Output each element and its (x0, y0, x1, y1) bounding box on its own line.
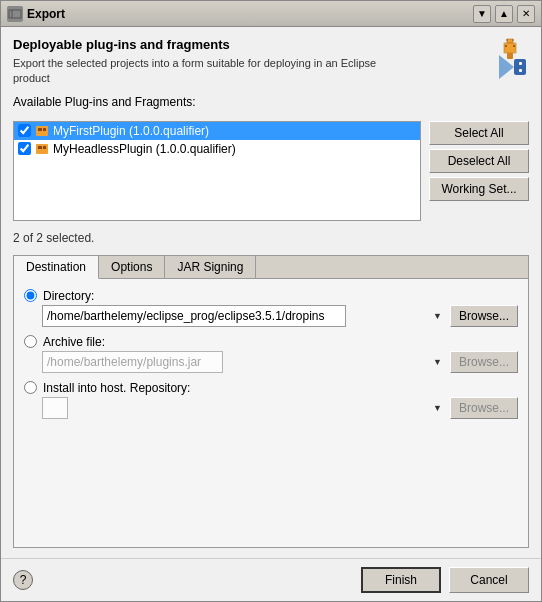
available-plugins-label: Available Plug-ins and Fragments: (13, 95, 529, 109)
install-radio-row: Install into host. Repository: (24, 381, 518, 395)
install-option: Install into host. Repository: Browse... (24, 381, 518, 419)
tab-options[interactable]: Options (99, 256, 165, 278)
archive-radio[interactable] (24, 335, 37, 348)
directory-select[interactable]: /home/barthelemy/eclipse_prog/eclipse3.5… (42, 305, 346, 327)
nav-back-btn[interactable]: ▼ (473, 5, 491, 23)
install-input-row: Browse... (42, 397, 518, 419)
dialog-description: Export the selected projects into a form… (13, 56, 413, 87)
archive-label: Archive file: (43, 335, 105, 349)
plugins-list: MyFirstPlugin (1.0.0.qualifier) MyHeadle… (13, 121, 421, 221)
tab-jar-signing[interactable]: JAR Signing (165, 256, 256, 278)
tabs-section: Destination Options JAR Signing Director… (13, 255, 529, 548)
export-dialog: Export ▼ ▲ ✕ Deployable plug-ins and fra… (0, 0, 542, 602)
titlebar-left: Export (7, 6, 65, 22)
plugin-1-checkbox[interactable] (18, 124, 31, 137)
plugin-item-2[interactable]: MyHeadlessPlugin (1.0.0.qualifier) (14, 140, 420, 158)
tab-destination[interactable]: Destination (14, 256, 99, 279)
svg-rect-15 (36, 126, 48, 136)
directory-select-wrapper: /home/barthelemy/eclipse_prog/eclipse3.5… (42, 305, 446, 327)
help-button[interactable]: ? (13, 570, 33, 590)
directory-radio[interactable] (24, 289, 37, 302)
plugin-1-label: MyFirstPlugin (1.0.0.qualifier) (53, 124, 209, 138)
plugin-1-icon (35, 124, 49, 138)
plugin-item-1[interactable]: MyFirstPlugin (1.0.0.qualifier) (14, 122, 420, 140)
archive-input-row: /home/barthelemy/plugins.jar Browse... (42, 351, 518, 373)
directory-radio-row: Directory: (24, 289, 518, 303)
svg-rect-18 (36, 144, 48, 154)
install-browse-button[interactable]: Browse... (450, 397, 518, 419)
svg-rect-2 (507, 39, 513, 43)
side-buttons: Select All Deselect All Working Set... (429, 121, 529, 221)
cancel-button[interactable]: Cancel (449, 567, 529, 593)
window-icon (7, 6, 23, 22)
header-text: Deployable plug-ins and fragments Export… (13, 37, 413, 87)
close-btn[interactable]: ✕ (517, 5, 535, 23)
dialog-title: Deployable plug-ins and fragments (13, 37, 413, 52)
directory-label: Directory: (43, 289, 94, 303)
archive-select-wrapper: /home/barthelemy/plugins.jar (42, 351, 446, 373)
install-radio[interactable] (24, 381, 37, 394)
working-set-button[interactable]: Working Set... (429, 177, 529, 201)
svg-rect-12 (514, 59, 526, 75)
svg-rect-14 (519, 69, 522, 72)
nav-forward-btn[interactable]: ▲ (495, 5, 513, 23)
archive-browse-button[interactable]: Browse... (450, 351, 518, 373)
svg-rect-4 (504, 43, 516, 53)
plugin-2-label: MyHeadlessPlugin (1.0.0.qualifier) (53, 142, 236, 156)
destination-options: Directory: /home/barthelemy/eclipse_prog… (24, 289, 518, 419)
directory-browse-button[interactable]: Browse... (450, 305, 518, 327)
plugins-section: MyFirstPlugin (1.0.0.qualifier) MyHeadle… (13, 121, 529, 221)
selected-count: 2 of 2 selected. (13, 231, 529, 245)
install-label: Install into host. Repository: (43, 381, 190, 395)
install-select-wrapper (42, 397, 446, 419)
header-icon (479, 37, 529, 82)
plug-icon-svg (479, 37, 529, 82)
window-title: Export (27, 7, 65, 21)
dialog-content: Deployable plug-ins and fragments Export… (1, 27, 541, 558)
svg-rect-17 (43, 128, 46, 131)
plugin-2-icon (35, 142, 49, 156)
archive-radio-row: Archive file: (24, 335, 518, 349)
select-all-button[interactable]: Select All (429, 121, 529, 145)
header-section: Deployable plug-ins and fragments Export… (13, 37, 529, 87)
svg-rect-19 (38, 146, 42, 149)
svg-rect-9 (505, 45, 507, 47)
dialog-footer: ? Finish Cancel (1, 558, 541, 601)
plugin-2-checkbox[interactable] (18, 142, 31, 155)
directory-input-row: /home/barthelemy/eclipse_prog/eclipse3.5… (42, 305, 518, 327)
install-select[interactable] (42, 397, 68, 419)
svg-rect-13 (519, 62, 522, 65)
directory-option: Directory: /home/barthelemy/eclipse_prog… (24, 289, 518, 327)
tabs-header: Destination Options JAR Signing (14, 256, 528, 279)
svg-rect-20 (43, 146, 46, 149)
titlebar: Export ▼ ▲ ✕ (1, 1, 541, 27)
archive-option: Archive file: /home/barthelemy/plugins.j… (24, 335, 518, 373)
svg-rect-6 (507, 53, 513, 59)
deselect-all-button[interactable]: Deselect All (429, 149, 529, 173)
svg-rect-10 (513, 45, 515, 47)
tab-destination-content: Directory: /home/barthelemy/eclipse_prog… (14, 279, 528, 429)
footer-buttons: Finish Cancel (361, 567, 529, 593)
archive-select[interactable]: /home/barthelemy/plugins.jar (42, 351, 223, 373)
finish-button[interactable]: Finish (361, 567, 441, 593)
footer-left: ? (13, 570, 33, 590)
titlebar-controls: ▼ ▲ ✕ (473, 5, 535, 23)
svg-rect-16 (38, 128, 42, 131)
svg-rect-0 (9, 10, 21, 18)
